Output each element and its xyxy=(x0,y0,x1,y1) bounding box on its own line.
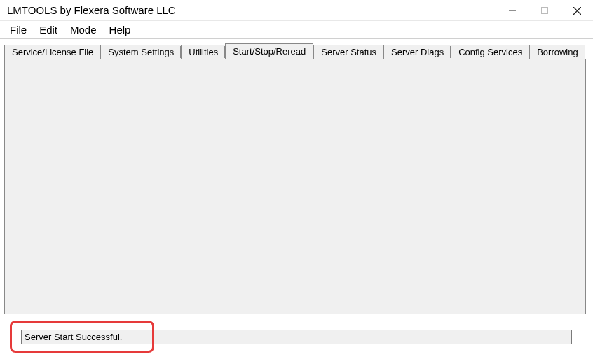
tab-system-settings[interactable]: System Settings xyxy=(100,45,181,59)
tab-server-status[interactable]: Server Status xyxy=(313,45,383,59)
tab-config-services[interactable]: Config Services xyxy=(451,45,529,59)
maximize-button[interactable] xyxy=(529,0,561,21)
status-message-field xyxy=(21,330,572,344)
menubar: File Edit Mode Help xyxy=(0,21,593,39)
tab-borrowing[interactable]: Borrowing xyxy=(529,45,585,59)
menu-edit[interactable]: Edit xyxy=(39,24,57,36)
tab-content-panel xyxy=(4,59,586,314)
window-title: LMTOOLS by Flexera Software LLC xyxy=(7,4,176,16)
menu-help[interactable]: Help xyxy=(109,24,131,36)
tabbar: Service/License File System Settings Uti… xyxy=(0,39,593,59)
menu-file[interactable]: File xyxy=(10,24,27,36)
tab-service-license-file[interactable]: Service/License File xyxy=(4,45,100,59)
tab-start-stop-reread[interactable]: Start/Stop/Reread xyxy=(225,43,313,59)
tab-utilities[interactable]: Utilities xyxy=(181,45,225,59)
minimize-button[interactable] xyxy=(496,0,529,21)
svg-rect-1 xyxy=(542,8,548,14)
menu-mode[interactable]: Mode xyxy=(70,24,97,36)
close-button[interactable] xyxy=(561,0,593,21)
status-row xyxy=(21,330,572,344)
titlebar: LMTOOLS by Flexera Software LLC xyxy=(0,0,593,21)
tab-server-diags[interactable]: Server Diags xyxy=(383,45,451,59)
window-controls xyxy=(496,0,593,20)
